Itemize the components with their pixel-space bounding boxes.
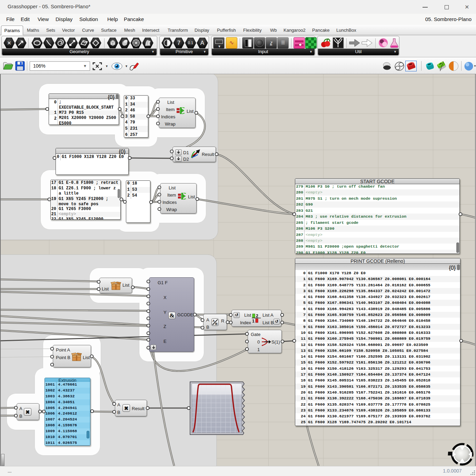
svg-text:A: A xyxy=(212,319,215,323)
svg-text:1: 1 xyxy=(252,319,255,323)
svg-text:2: 2 xyxy=(256,314,258,318)
svg-text:B: B xyxy=(215,322,218,326)
